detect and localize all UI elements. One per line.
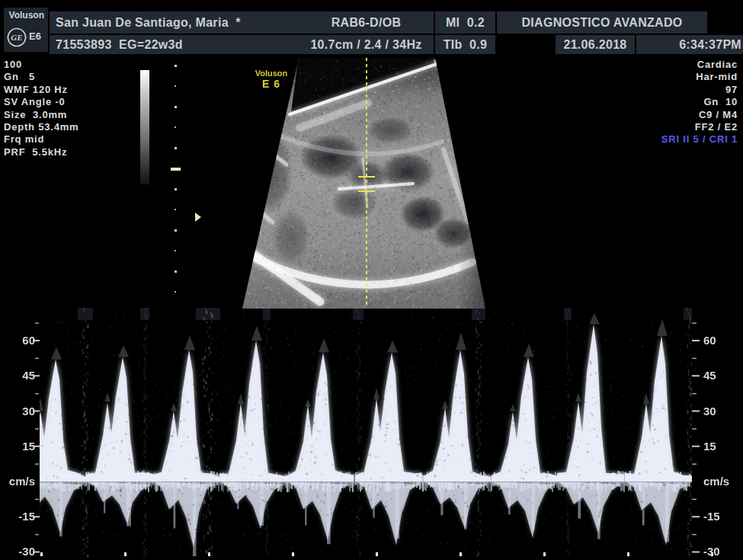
depth-tick (175, 188, 177, 190)
ultrasound-screen: Voluson E6 GE San Juan De Santiago, Mari… (0, 0, 743, 560)
left-param-line: Gn 5 (4, 71, 78, 83)
left-param-line: 100 (4, 59, 78, 71)
velocity-scale-label: cm/s (2, 475, 35, 488)
depth-tick (175, 147, 177, 149)
svg-text:GE: GE (11, 33, 22, 42)
depth-tick (175, 106, 177, 108)
depth-tick (175, 229, 177, 232)
depth-tick (175, 209, 176, 210)
velocity-scale-label: -30 (703, 545, 743, 558)
depth-tick (175, 291, 176, 293)
velocity-scale-label: 30 (2, 405, 35, 418)
velocity-scale-label: 60 (2, 334, 35, 347)
velocity-scale-label: 60 (703, 334, 743, 347)
tib-cell: TIb 0.9 (435, 35, 495, 54)
left-param-line: Depth 53.4mm (4, 121, 78, 133)
machine-brand: Voluson (9, 10, 44, 21)
date-cell: 21.06.2018 (556, 35, 635, 54)
depth-tick (175, 270, 177, 273)
velocity-scale-label: 15 (703, 440, 743, 453)
right-param-line: 97 (661, 84, 738, 96)
left-param-line: WMF 120 Hz (4, 84, 78, 96)
ge-logo-icon: GE (6, 27, 27, 48)
acq-info-cell: 10.7cm / 2.4 / 34Hz (299, 35, 434, 54)
depth-tick (175, 65, 177, 67)
sri-cri-line: SRI II 5 / CRI 1 (661, 133, 738, 146)
patient-id-cell: 71553893 EG=22w3d (50, 35, 303, 54)
left-param-line: SV Angle -0 (4, 96, 78, 108)
bmode-image-canvas (175, 58, 568, 309)
depth-tick (175, 250, 176, 251)
velocity-scale-label: 30 (703, 405, 743, 418)
velocity-scale-label: -15 (703, 510, 743, 523)
voluson-watermark: Voluson E 6 (250, 69, 293, 90)
institution-cell: DIAGNOSTICO AVANZADO (497, 11, 707, 34)
sample-gate-upper (358, 176, 375, 178)
sample-gate-lower (358, 190, 375, 192)
grayscale-bar (140, 70, 149, 184)
velocity-scale-label: 45 (703, 369, 743, 382)
velocity-scale-label: 45 (2, 369, 35, 382)
mi-cell: MI 0.2 (435, 11, 495, 34)
time-cell: 6:34:37PM (636, 35, 743, 54)
pointer-arrow-icon (195, 213, 201, 222)
right-param-line: C9 / M4 (661, 109, 738, 121)
velocity-scale-label: -30 (2, 545, 35, 558)
focus-marker (171, 168, 181, 171)
right-param-line: Gn 10 (661, 96, 738, 108)
left-param-line: Size 3.0mm (4, 109, 78, 121)
watermark-model: E 6 (250, 78, 293, 90)
patient-name-cell: San Juan De Santiago, Maria * (50, 11, 303, 34)
left-param-line: PRF 5.5kHz (4, 146, 78, 158)
left-param-line: Frq mid (4, 133, 78, 146)
right-param-line: Cardiac (661, 59, 738, 71)
spectral-doppler-canvas (0, 308, 743, 560)
right-parameter-panel: CardiacHar-mid97Gn 10C9 / M4FF2 / E2SRI … (661, 59, 738, 146)
machine-badge: Voluson E6 GE (4, 8, 48, 52)
left-parameter-panel: 100Gn 5WMF 120 HzSV Angle -0Size 3.0mmDe… (4, 59, 78, 158)
depth-tick (175, 126, 176, 128)
probe-cell: RAB6-D/OB (299, 11, 434, 34)
right-param-line: FF2 / E2 (661, 121, 738, 133)
velocity-scale-label: 15 (2, 440, 35, 453)
velocity-scale-label: -15 (2, 510, 35, 523)
doppler-cursor-line (366, 58, 367, 307)
machine-model: E6 (29, 30, 41, 42)
velocity-scale-label: cm/s (703, 475, 743, 488)
watermark-brand: Voluson (250, 69, 293, 78)
depth-tick (175, 85, 176, 87)
right-param-line: Har-mid (661, 71, 738, 83)
